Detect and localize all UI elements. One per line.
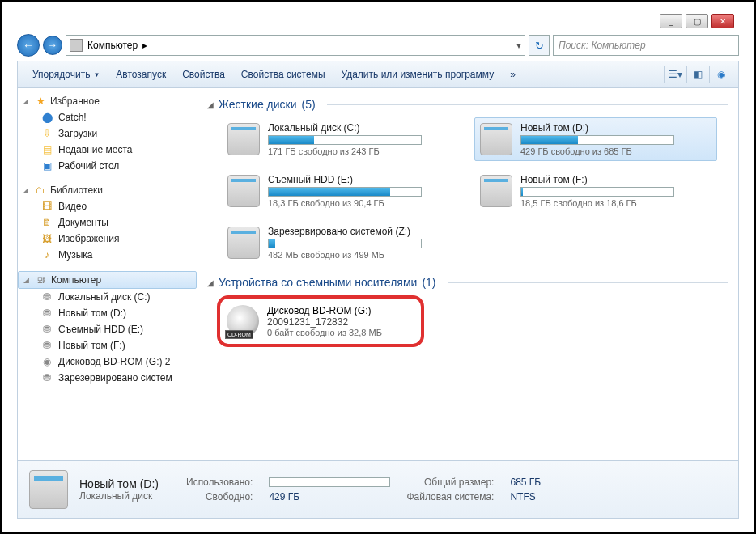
sidebar-item-catch[interactable]: ⬤Catch!: [18, 109, 197, 125]
libraries-group: ◢🗀Библиотеки 🎞Видео 🗎Документы 🖼Изображе…: [18, 182, 197, 263]
nav-forward-button[interactable]: →: [43, 36, 62, 55]
star-icon: ★: [34, 95, 47, 108]
view-options-icon[interactable]: ☰▾: [664, 66, 686, 83]
drive-name: Новый том (F:): [520, 174, 711, 185]
drive-tile[interactable]: Съемный HDD (E:) 18,3 ГБ свободно из 90,…: [222, 169, 465, 213]
recent-icon: ▤: [40, 143, 53, 156]
drive-icon: [227, 123, 260, 155]
capacity-bar: [520, 187, 674, 197]
highlight-annotation: CD-ROM Дисковод BD-ROM (G:) 20091231_172…: [217, 295, 424, 347]
sidebar-item-videos[interactable]: 🎞Видео: [18, 198, 197, 214]
sidebar-item-desktop[interactable]: ▣Рабочий стол: [18, 158, 197, 174]
downloads-icon: ⇩: [40, 127, 53, 140]
capacity-bar: [268, 239, 422, 248]
organize-menu[interactable]: Упорядочить▼: [24, 66, 108, 83]
details-title: Новый том (D:): [79, 477, 159, 490]
pictures-icon: 🖼: [40, 232, 53, 245]
disc-icon: ◉: [40, 355, 53, 368]
computer-group: ◢🖳Компьютер ⛃Локальный диск (C:) ⛃Новый …: [18, 271, 197, 386]
total-label: Общий размер:: [406, 477, 494, 488]
drive-icon: ⛃: [40, 323, 53, 336]
sidebar-item-drive-d[interactable]: ⛃Новый том (D:): [18, 305, 197, 321]
sidebar-item-drive-z[interactable]: ⛃Зарезервировано систем: [18, 370, 197, 386]
properties-button[interactable]: Свойства: [174, 66, 233, 83]
drive-icon: [227, 227, 260, 259]
drive-grid: Локальный диск (C:) 171 ГБ свободно из 2…: [222, 117, 728, 265]
sidebar-item-drive-f[interactable]: ⛃Новый том (F:): [18, 337, 197, 354]
help-icon[interactable]: ◉: [709, 66, 732, 83]
drive-tile[interactable]: Новый том (F:) 18,5 ГБ свободно из 18,6 …: [474, 169, 717, 213]
sidebar-item-recent[interactable]: ▤Недавние места: [18, 142, 197, 158]
free-label: Свободно:: [186, 491, 253, 502]
computer-icon: 🖳: [35, 273, 48, 286]
computer-icon: [70, 39, 83, 52]
address-bar-row: ← → Компьютер ▸ ▾ ↻ Поиск: Компьютер: [17, 32, 739, 59]
bdrom-name: Дисковод BD-ROM (G:): [267, 305, 382, 316]
window-frame: _ ▢ ✕ ← → Компьютер ▸ ▾ ↻ Поиск: Компьют…: [0, 0, 756, 534]
autoplay-button[interactable]: Автозапуск: [108, 66, 174, 83]
sidebar-item-music[interactable]: ♪Музыка: [18, 247, 197, 263]
bdrom-tile[interactable]: CD-ROM Дисковод BD-ROM (G:) 20091231_172…: [223, 302, 418, 341]
hdd-group-header[interactable]: ◢ Жесткие диски (5): [207, 98, 728, 111]
address-bar[interactable]: Компьютер ▸ ▾: [66, 35, 525, 56]
drive-name: Съемный HDD (E:): [268, 174, 459, 185]
details-subtitle: Локальный диск: [79, 490, 159, 502]
capacity-bar: [268, 187, 422, 197]
maximize-button[interactable]: ▢: [686, 14, 708, 28]
details-pane: Новый том (D:) Локальный диск Использова…: [17, 460, 739, 519]
libraries-header[interactable]: ◢🗀Библиотеки: [18, 182, 197, 198]
drive-name: Зарезервировано системой (Z:): [268, 226, 459, 237]
sidebar-item-documents[interactable]: 🗎Документы: [18, 214, 197, 231]
sidebar-item-bdrom[interactable]: ◉Дисковод BD-ROM (G:) 2: [18, 354, 197, 370]
drive-icon: ⛃: [40, 290, 53, 303]
computer-header[interactable]: ◢🖳Компьютер: [18, 271, 197, 289]
navigation-pane: ◢★Избранное ⬤Catch! ⇩Загрузки ▤Недавние …: [18, 88, 197, 460]
sidebar-item-drive-c[interactable]: ⛃Локальный диск (C:): [18, 289, 197, 305]
drive-icon: ⛃: [40, 339, 53, 352]
sidebar-item-downloads[interactable]: ⇩Загрузки: [18, 125, 197, 142]
bdrom-free: 0 байт свободно из 32,8 МБ: [267, 328, 382, 337]
address-dropdown-icon[interactable]: ▾: [516, 40, 521, 51]
breadcrumb-chevron[interactable]: ▸: [142, 40, 147, 51]
uninstall-button[interactable]: Удалить или изменить программу: [333, 66, 503, 83]
capacity-bar: [268, 135, 422, 145]
drive-tile[interactable]: Зарезервировано системой (Z:) 482 МБ сво…: [222, 221, 465, 265]
drive-tile[interactable]: Новый том (D:) 429 ГБ свободно из 685 ГБ: [474, 117, 717, 161]
drive-icon: ⛃: [40, 307, 53, 320]
fs-value: NTFS: [510, 491, 541, 502]
total-value: 685 ГБ: [510, 477, 541, 488]
collapse-icon[interactable]: ◢: [207, 100, 214, 109]
preview-pane-icon[interactable]: ◧: [686, 66, 709, 83]
favorites-header[interactable]: ◢★Избранное: [18, 93, 197, 109]
drive-free-text: 171 ГБ свободно из 243 ГБ: [268, 146, 459, 156]
search-input[interactable]: Поиск: Компьютер: [553, 35, 739, 56]
sidebar-item-drive-e[interactable]: ⛃Съемный HDD (E:): [18, 321, 197, 337]
library-icon: 🗀: [34, 184, 47, 197]
breadcrumb[interactable]: Компьютер: [87, 40, 138, 51]
drive-icon: [227, 175, 260, 207]
system-properties-button[interactable]: Свойства системы: [233, 66, 333, 83]
drive-tile[interactable]: Локальный диск (C:) 171 ГБ свободно из 2…: [222, 117, 465, 161]
drive-name: Новый том (D:): [520, 122, 711, 134]
desktop-icon: ▣: [40, 159, 53, 172]
drive-free-text: 482 МБ свободно из 499 МБ: [268, 250, 459, 260]
drive-free-text: 429 ГБ свободно из 685 ГБ: [520, 146, 711, 156]
sidebar-item-pictures[interactable]: 🖼Изображения: [18, 231, 197, 247]
catch-icon: ⬤: [40, 111, 53, 124]
close-button[interactable]: ✕: [711, 14, 734, 28]
minimize-button[interactable]: _: [660, 14, 682, 28]
main-area: ◢★Избранное ⬤Catch! ⇩Загрузки ▤Недавние …: [17, 88, 739, 460]
toolbar: Упорядочить▼ Автозапуск Свойства Свойств…: [17, 61, 739, 88]
documents-icon: 🗎: [40, 216, 53, 229]
collapse-icon[interactable]: ◢: [207, 278, 214, 287]
used-bar: [269, 477, 390, 487]
nav-back-button[interactable]: ←: [17, 34, 40, 57]
fs-label: Файловая система:: [406, 491, 494, 502]
window-chrome: _ ▢ ✕: [660, 14, 734, 28]
removable-group-header[interactable]: ◢ Устройства со съемными носителями (1): [207, 276, 728, 289]
drive-free-text: 18,5 ГБ свободно из 18,6 ГБ: [520, 198, 711, 208]
refresh-button[interactable]: ↻: [529, 35, 550, 56]
drive-free-text: 18,3 ГБ свободно из 90,4 ГБ: [268, 198, 459, 208]
toolbar-overflow[interactable]: »: [502, 66, 524, 83]
drive-large-icon: [29, 470, 68, 509]
